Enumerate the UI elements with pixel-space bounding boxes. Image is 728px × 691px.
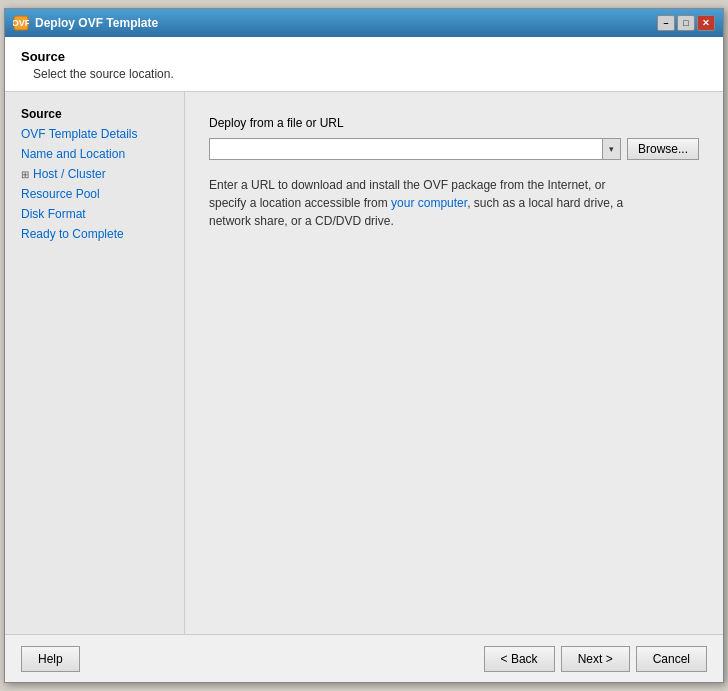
sidebar-ready-label: Ready to Complete <box>21 227 124 241</box>
sidebar-item-ready-to-complete[interactable]: Ready to Complete <box>5 224 184 244</box>
back-button[interactable]: < Back <box>484 646 555 672</box>
cancel-button[interactable]: Cancel <box>636 646 707 672</box>
window-title: Deploy OVF Template <box>35 16 657 30</box>
sidebar-host-cluster-label: Host / Cluster <box>33 167 106 181</box>
minimize-button[interactable]: – <box>657 15 675 31</box>
next-button[interactable]: Next > <box>561 646 630 672</box>
header-subtitle: Select the source location. <box>33 67 707 81</box>
sidebar-item-disk-format[interactable]: Disk Format <box>5 204 184 224</box>
footer-right: < Back Next > Cancel <box>484 646 707 672</box>
sidebar-item-host-cluster[interactable]: ⊞ Host / Cluster <box>5 164 184 184</box>
expand-icon: ⊞ <box>21 169 29 180</box>
header-title: Source <box>21 49 707 64</box>
browse-button[interactable]: Browse... <box>627 138 699 160</box>
window-controls: – □ ✕ <box>657 15 715 31</box>
svg-text:OVF: OVF <box>13 18 29 28</box>
window-icon: OVF <box>13 15 29 31</box>
url-input-wrapper[interactable]: ▾ <box>209 138 621 160</box>
header-section: Source Select the source location. <box>5 37 723 92</box>
sidebar-item-resource-pool[interactable]: Resource Pool <box>5 184 184 204</box>
deploy-label: Deploy from a file or URL <box>209 116 699 130</box>
titlebar: OVF Deploy OVF Template – □ ✕ <box>5 9 723 37</box>
main-window: OVF Deploy OVF Template – □ ✕ Source Sel… <box>4 8 724 683</box>
sidebar: Source OVF Template Details Name and Loc… <box>5 92 185 634</box>
sidebar-item-ovf-template-details[interactable]: OVF Template Details <box>5 124 184 144</box>
sidebar-ovf-label: OVF Template Details <box>21 127 138 141</box>
maximize-button[interactable]: □ <box>677 15 695 31</box>
close-button[interactable]: ✕ <box>697 15 715 31</box>
url-row: ▾ Browse... <box>209 138 699 160</box>
description-text: Enter a URL to download and install the … <box>209 176 629 230</box>
sidebar-disk-format-label: Disk Format <box>21 207 86 221</box>
sidebar-source-label: Source <box>21 107 62 121</box>
main-content: Source OVF Template Details Name and Loc… <box>5 92 723 634</box>
url-input[interactable] <box>210 139 602 159</box>
your-computer-link: your computer <box>391 196 467 210</box>
help-button[interactable]: Help <box>21 646 80 672</box>
footer: Help < Back Next > Cancel <box>5 634 723 682</box>
sidebar-resource-pool-label: Resource Pool <box>21 187 100 201</box>
dropdown-arrow-button[interactable]: ▾ <box>602 139 620 159</box>
sidebar-item-name-and-location[interactable]: Name and Location <box>5 144 184 164</box>
content-area: Deploy from a file or URL ▾ Browse... En… <box>185 92 723 634</box>
sidebar-item-source: Source <box>5 104 184 124</box>
footer-left: Help <box>21 646 80 672</box>
sidebar-name-location-label: Name and Location <box>21 147 125 161</box>
